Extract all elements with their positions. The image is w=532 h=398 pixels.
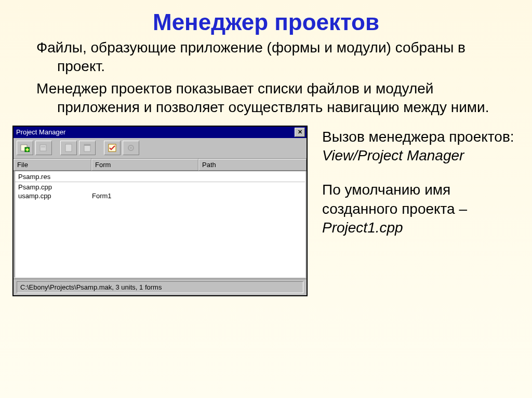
slide-title: Менеджер проектов bbox=[0, 0, 532, 38]
status-bar: C:\Ebony\Projects\Psamp.mak, 3 units, 1 … bbox=[14, 279, 307, 295]
svg-rect-6 bbox=[65, 144, 72, 152]
svg-rect-3 bbox=[26, 149, 29, 150]
close-icon: ✕ bbox=[298, 129, 302, 135]
options-icon bbox=[108, 144, 116, 152]
status-text: C:\Ebony\Projects\Psamp.mak, 3 units, 1 … bbox=[17, 281, 303, 293]
cell-form: Form1 bbox=[92, 191, 199, 200]
cell-file: Psamp.res bbox=[15, 172, 92, 181]
call-label: Вызов менеджера проектов: bbox=[322, 129, 514, 145]
column-header-form[interactable]: Form bbox=[91, 159, 198, 171]
refresh-icon bbox=[127, 144, 135, 152]
table-row[interactable]: usamp.cpp Form1 bbox=[15, 191, 305, 200]
options-button[interactable] bbox=[104, 141, 121, 155]
document-icon bbox=[65, 144, 72, 152]
side-text: Вызов менеджера проектов: View/Project M… bbox=[322, 126, 516, 253]
call-path: View/Project Manager bbox=[322, 147, 464, 163]
update-button[interactable] bbox=[123, 141, 139, 155]
close-button[interactable]: ✕ bbox=[295, 128, 305, 137]
add-button[interactable] bbox=[17, 141, 33, 155]
cell-path bbox=[199, 172, 305, 181]
table-row[interactable]: Psamp.cpp bbox=[15, 183, 305, 191]
window-title: Project Manager bbox=[15, 128, 295, 136]
add-file-icon bbox=[20, 144, 30, 152]
form-icon bbox=[84, 144, 91, 152]
cell-path bbox=[199, 191, 305, 200]
body-text: Файлы, образующие приложение (формы и мо… bbox=[0, 38, 532, 126]
svg-rect-8 bbox=[84, 144, 90, 146]
default-value: Project1.cpp bbox=[322, 219, 403, 236]
paragraph-2: Менеджер проектов показывает списки файл… bbox=[16, 79, 516, 117]
paragraph-1: Файлы, образующие приложение (формы и мо… bbox=[16, 38, 516, 76]
cell-form bbox=[92, 172, 199, 181]
cell-file: usamp.cpp bbox=[15, 191, 92, 200]
column-header-file[interactable]: File bbox=[14, 159, 91, 171]
grid-body[interactable]: Psamp.res Psamp.cpp usamp.cpp Form1 bbox=[15, 171, 305, 278]
column-header-path[interactable]: Path bbox=[198, 159, 307, 171]
remove-button[interactable] bbox=[35, 141, 52, 155]
cell-path bbox=[199, 183, 305, 191]
svg-point-11 bbox=[130, 147, 132, 148]
svg-rect-4 bbox=[40, 145, 46, 151]
default-label: По умолчанию имя созданного проекта – bbox=[322, 182, 467, 216]
view-form-button[interactable] bbox=[79, 141, 96, 155]
table-row[interactable]: Psamp.res bbox=[15, 172, 305, 181]
toolbar bbox=[14, 138, 307, 158]
cell-form bbox=[92, 183, 199, 191]
cell-file: Psamp.cpp bbox=[15, 183, 92, 191]
remove-file-icon bbox=[39, 144, 48, 152]
view-unit-button[interactable] bbox=[60, 141, 77, 155]
window-titlebar[interactable]: Project Manager ✕ bbox=[14, 127, 307, 138]
grid-header: File Form Path bbox=[14, 158, 307, 171]
project-manager-window: Project Manager ✕ bbox=[12, 126, 308, 296]
